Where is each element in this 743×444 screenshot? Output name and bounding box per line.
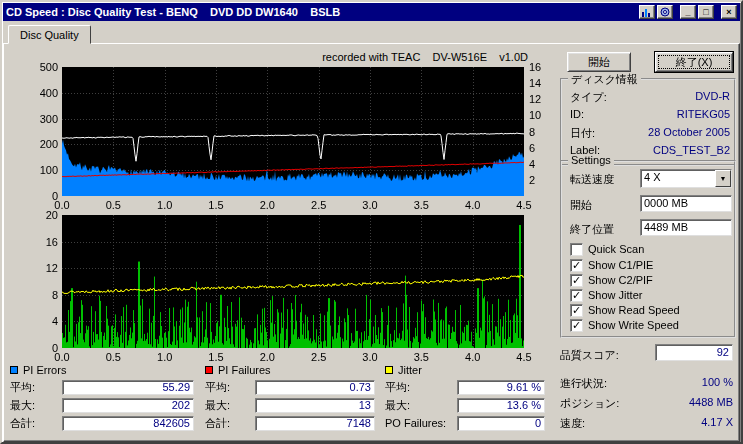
status-label: ポジション:	[560, 396, 619, 411]
stat-label: PO Failures:	[385, 417, 446, 429]
stat-value: 7148	[255, 416, 375, 431]
status-label: 進行状況:	[560, 376, 607, 391]
checkbox-label: Show Write Speed	[588, 319, 679, 331]
start-position-label: 開始	[570, 198, 592, 213]
stat-row: 最大:13	[205, 396, 375, 414]
checkbox-label: Quick Scan	[588, 243, 644, 255]
chevron-down-icon[interactable]: ▼	[715, 170, 731, 187]
checkbox-icon[interactable]: ✓	[570, 319, 583, 332]
pi-failures-chart	[62, 215, 524, 348]
checkbox-icon[interactable]	[570, 243, 583, 256]
info-value: RITEKG05	[677, 108, 730, 120]
stat-row: 合計:842605	[10, 414, 194, 432]
stat-label: 最大:	[205, 398, 230, 413]
checkbox-icon[interactable]: ✓	[570, 304, 583, 317]
disc-info-title: ディスク情報	[568, 72, 641, 87]
titlebar[interactable]: CD Speed : Disc Quality Test - BENQ DVD …	[3, 3, 740, 21]
stat-value: 0.73	[255, 380, 375, 395]
quality-score-value: 92	[655, 344, 733, 361]
stat-row: 最大:202	[10, 396, 194, 414]
stat-value: 13	[255, 398, 375, 413]
pi-errors-stats: PI Errors 平均:55.29 最大:202 合計:842605	[10, 362, 194, 432]
stat-label: 平均:	[10, 380, 35, 395]
stat-value: 202	[62, 398, 194, 413]
stat-value: 0	[457, 416, 545, 431]
stat-value: 9.61 %	[457, 380, 545, 395]
app-window: CD Speed : Disc Quality Test - BENQ DVD …	[0, 0, 743, 444]
end-position-label: 終了位置	[570, 222, 614, 237]
checkbox-label: Show C2/PIF	[588, 274, 653, 286]
stat-title: Jitter	[398, 364, 422, 376]
stat-row: 合計:7148	[205, 414, 375, 432]
speed-value: 4 X	[641, 170, 715, 187]
checkbox-show-jitter[interactable]: ✓Show Jitter	[570, 288, 642, 302]
stat-label: 合計:	[10, 416, 35, 431]
speed-select[interactable]: 4 X ▼	[640, 169, 732, 188]
exit-button[interactable]: 終了(X)	[655, 52, 733, 72]
disc-info-row: 日付:28 October 2005	[570, 126, 730, 141]
speed-label: 転送速度	[570, 172, 614, 187]
tab-disc-quality[interactable]: Disc Quality	[8, 25, 91, 44]
settings-title: Settings	[568, 154, 614, 166]
checkbox-show-c1-pie[interactable]: ✓Show C1/PIE	[570, 258, 653, 272]
settings-group: Settings 転送速度 4 X ▼ 開始 0000 MB 終了位置 4489…	[560, 160, 736, 338]
end-position-field[interactable]: 4489 MB	[640, 219, 732, 236]
status-value: 100 %	[702, 376, 733, 391]
info-label: 日付:	[570, 126, 595, 141]
speed-row: 速度:4.17 X	[560, 416, 733, 431]
disc-info-row: タイプ:DVD-R	[570, 90, 730, 105]
stat-value: 13.6 %	[457, 398, 545, 413]
info-value: 28 October 2005	[648, 126, 730, 141]
info-label: タイプ:	[570, 90, 607, 105]
stat-title: PI Failures	[218, 364, 271, 376]
checkbox-show-c2-pif[interactable]: ✓Show C2/PIF	[570, 273, 653, 287]
stat-row: 最大:13.6 %	[385, 396, 545, 414]
minimize-button[interactable]: _	[680, 5, 696, 19]
status-label: 速度:	[560, 416, 585, 431]
stat-row: 平均:55.29	[10, 378, 194, 396]
checkbox-label: Show C1/PIE	[588, 259, 653, 271]
checkbox-show-write-speed[interactable]: ✓Show Write Speed	[570, 318, 679, 332]
pi-failures-stats: PI Failures 平均:0.73 最大:13 合計:7148	[205, 362, 375, 432]
bar-chart-icon	[642, 8, 652, 17]
window-title: CD Speed : Disc Quality Test - BENQ DVD …	[6, 6, 639, 18]
disc-icon	[660, 7, 670, 17]
stat-label: 最大:	[10, 398, 35, 413]
position-row: ポジション:4488 MB	[560, 396, 733, 411]
pi-errors-swatch	[10, 366, 18, 374]
jitter-stats: Jitter 平均:9.61 % 最大:13.6 % PO Failures:0	[385, 362, 545, 432]
checkbox-quick-scan[interactable]: Quick Scan	[570, 242, 644, 256]
info-value: DVD-R	[695, 90, 730, 105]
start-position-field[interactable]: 0000 MB	[640, 195, 732, 212]
quality-score-label: 品質スコア:	[560, 348, 619, 363]
stat-value: 55.29	[62, 380, 194, 395]
status-value: 4.17 X	[701, 416, 733, 431]
pi-errors-chart	[62, 67, 524, 196]
jitter-swatch	[385, 366, 393, 374]
stat-row: 平均:9.61 %	[385, 378, 545, 396]
stat-label: 平均:	[205, 380, 230, 395]
checkbox-show-read-speed[interactable]: ✓Show Read Speed	[570, 303, 680, 317]
info-value: CDS_TEST_B2	[653, 144, 730, 156]
stat-row: PO Failures:0	[385, 414, 545, 432]
maximize-button[interactable]: □	[698, 5, 714, 19]
checkbox-icon[interactable]: ✓	[570, 259, 583, 272]
disc-info-row: ID:RITEKG05	[570, 108, 730, 120]
disc-view-button[interactable]	[657, 5, 673, 19]
stat-value: 842605	[62, 416, 194, 431]
checkbox-icon[interactable]: ✓	[570, 274, 583, 287]
graph-view-button[interactable]	[639, 5, 655, 19]
start-button[interactable]: 開始	[567, 52, 631, 72]
checkbox-label: Show Read Speed	[588, 304, 680, 316]
progress-row: 進行状況:100 %	[560, 376, 733, 391]
pi-failures-swatch	[205, 366, 213, 374]
stat-row: 平均:0.73	[205, 378, 375, 396]
checkbox-label: Show Jitter	[588, 289, 642, 301]
recorded-with-label: recorded with TEAC DV-W516E v1.0D	[242, 51, 528, 63]
close-button[interactable]: ×	[721, 5, 737, 19]
stat-label: 合計:	[205, 416, 230, 431]
status-value: 4488 MB	[689, 396, 733, 411]
checkbox-icon[interactable]: ✓	[570, 289, 583, 302]
stat-title: PI Errors	[23, 364, 66, 376]
stat-label: 平均:	[385, 380, 410, 395]
